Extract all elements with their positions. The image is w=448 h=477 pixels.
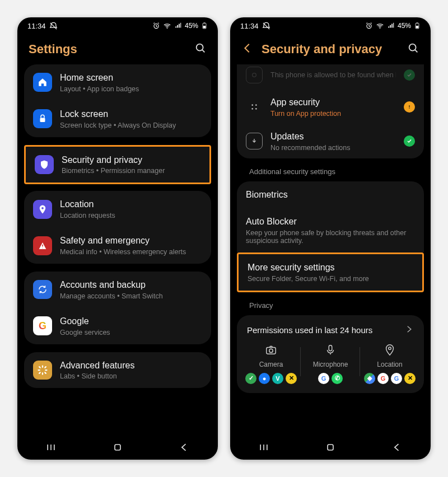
row-title: More security settings <box>248 262 413 274</box>
row-sub: Secure Folder, Secure Wi-Fi, and more <box>248 275 413 283</box>
status-bar: 11:34 45% <box>230 17 431 34</box>
signal-icon <box>174 22 182 30</box>
row-title: Accounts and backup <box>60 279 202 291</box>
android-navbar <box>17 437 218 460</box>
row-autoblocker[interactable]: Auto Blocker Keep your phone safe by blo… <box>237 208 424 252</box>
battery-icon <box>414 21 421 30</box>
dnd-icon <box>262 22 270 30</box>
settings-row-home[interactable]: Home screen Layout • App icon badges <box>24 64 211 101</box>
svg-point-5 <box>197 44 203 51</box>
row-app-security[interactable]: App security Turn on App protection <box>237 90 424 124</box>
row-title: Biometrics <box>246 189 415 201</box>
row-sub: Google services <box>60 329 202 336</box>
perm-title: Permissions used in last 24 hours <box>247 325 372 335</box>
row-title: Advanced features <box>60 360 202 372</box>
settings-row-safety[interactable]: Safety and emergency Medical info • Wire… <box>24 227 211 264</box>
status-ok-icon <box>404 135 415 147</box>
svg-rect-13 <box>417 23 418 24</box>
nav-recents[interactable] <box>258 442 269 455</box>
settings-row-accounts[interactable]: Accounts and backup Manage accounts • Sm… <box>24 272 211 308</box>
camera-icon <box>264 344 278 356</box>
svg-rect-14 <box>416 26 419 28</box>
sync-icon <box>33 280 52 299</box>
row-title: Home screen <box>60 72 202 84</box>
row-sub: Screen lock type • Always On Display <box>60 121 202 129</box>
row-title: App security <box>270 97 396 109</box>
settings-row-google[interactable]: G Google Google services <box>24 308 211 344</box>
svg-rect-25 <box>329 345 332 351</box>
google-icon: G <box>33 316 52 335</box>
page-header: Settings <box>17 34 218 64</box>
svg-point-11 <box>380 27 381 29</box>
row-title: Location <box>60 199 202 211</box>
settings-row-security[interactable]: Security and privacy Biometrics • Permis… <box>26 147 209 183</box>
row-sub: Location requests <box>60 212 202 219</box>
svg-point-16 <box>253 73 256 77</box>
clock: 11:34 <box>27 22 46 30</box>
perm-label: Camera <box>259 361 283 368</box>
row-sub: No recommended actions <box>270 144 396 152</box>
row-sub: Keep your phone safe by blocking threats… <box>246 229 415 245</box>
row-title: Auto Blocker <box>246 216 415 228</box>
app-list: ◆ G G ✕ <box>364 373 416 384</box>
svg-rect-4 <box>203 26 206 28</box>
status-bar: 11:34 45% <box>17 17 218 34</box>
search-button[interactable] <box>194 42 207 57</box>
nav-recents[interactable] <box>45 442 57 455</box>
home-icon <box>33 73 52 92</box>
svg-rect-27 <box>328 445 333 450</box>
svg-point-18 <box>255 105 257 106</box>
row-more-security[interactable]: More security settings Secure Folder, Se… <box>239 254 422 291</box>
perm-location[interactable]: Location ◆ G G ✕ <box>360 344 419 384</box>
alert-icon <box>33 236 52 255</box>
phone-settings: 11:34 45% Settings Home screen Layout <box>17 17 218 460</box>
search-button[interactable] <box>407 42 419 57</box>
page-title: Settings <box>29 42 194 57</box>
chevron-right-icon <box>404 324 414 336</box>
row-biometrics[interactable]: Biometrics <box>237 181 424 209</box>
status-ok-icon <box>404 69 415 81</box>
wifi-icon <box>163 22 171 30</box>
app-list: ✓ ● V ✕ <box>245 373 297 384</box>
perm-camera[interactable]: Camera ✓ ● V ✕ <box>241 344 301 384</box>
svg-point-15 <box>409 44 416 51</box>
row-sub: Manage accounts • Smart Switch <box>60 292 202 300</box>
svg-rect-21 <box>409 105 410 107</box>
perm-label: Microphone <box>313 361 348 368</box>
nav-back[interactable] <box>391 442 403 455</box>
row-updates[interactable]: Updates No recommended actions <box>237 124 424 158</box>
svg-rect-9 <box>115 445 120 450</box>
lock-icon <box>33 109 52 128</box>
nav-back[interactable] <box>179 442 190 455</box>
svg-point-7 <box>41 207 44 209</box>
alarm-icon <box>365 22 373 30</box>
row-findmy[interactable]: This phone is allowed to be found when l… <box>237 64 424 90</box>
perm-mic[interactable]: Microphone G ✆ <box>301 344 360 384</box>
apps-icon <box>246 99 263 115</box>
pin-icon <box>33 200 52 219</box>
row-title: Safety and emergency <box>60 235 202 247</box>
svg-rect-6 <box>40 118 45 123</box>
settings-row-location[interactable]: Location Location requests <box>24 191 211 227</box>
row-sub: Biometrics • Permission manager <box>62 167 200 175</box>
nav-home[interactable] <box>325 442 336 455</box>
svg-point-8 <box>41 369 44 372</box>
back-button[interactable] <box>241 42 254 57</box>
row-sub: Layout • App icon badges <box>60 85 202 93</box>
gear-icon <box>33 361 52 380</box>
row-more-hl: More security settings Secure Folder, Se… <box>237 252 424 292</box>
settings-row-advanced[interactable]: Advanced features Labs • Side button <box>24 352 211 389</box>
page-header: Security and privacy <box>230 34 431 64</box>
clock: 11:34 <box>240 22 259 30</box>
section-privacy: Privacy <box>237 300 424 315</box>
permissions-card[interactable]: Permissions used in last 24 hours Camera… <box>237 315 424 393</box>
nav-home[interactable] <box>112 442 123 455</box>
svg-point-1 <box>167 27 168 29</box>
svg-rect-3 <box>204 23 206 24</box>
row-sub: This phone is allowed to be found when l… <box>270 71 396 79</box>
update-icon <box>246 133 263 149</box>
android-navbar <box>230 437 431 460</box>
phone-security: 11:34 45% Security and privacy This phon… <box>230 17 431 460</box>
settings-row-lock[interactable]: Lock screen Screen lock type • Always On… <box>24 101 211 137</box>
perm-label: Location <box>377 361 402 368</box>
